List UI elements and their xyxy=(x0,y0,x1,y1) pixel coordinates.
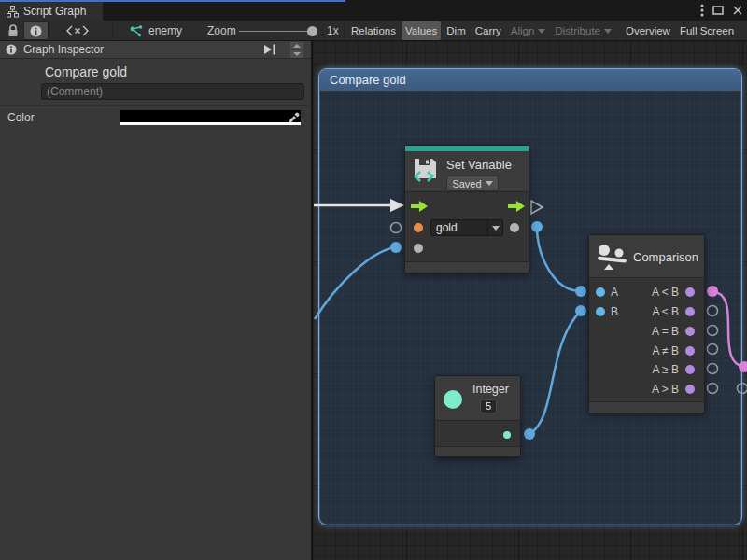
kebab-menu-icon[interactable] xyxy=(700,4,704,17)
color-swatch[interactable] xyxy=(120,110,301,125)
divider xyxy=(0,105,311,106)
zoom-slider-track[interactable] xyxy=(239,31,317,32)
input-a-port[interactable] xyxy=(596,287,605,297)
output-label-equal: A = B xyxy=(652,325,679,338)
code-icon xyxy=(66,25,89,36)
output-label-greaterequal: A ≥ B xyxy=(652,363,679,376)
group-header[interactable]: Compare gold xyxy=(319,69,741,91)
node-comparison[interactable]: Comparison A B A < B A ≤ B A = B A ≠ B A… xyxy=(588,234,705,413)
graph-inspector-header: Graph Inspector xyxy=(0,41,311,59)
close-icon[interactable] xyxy=(732,5,743,16)
value-out-port[interactable] xyxy=(510,223,519,232)
node-footer xyxy=(589,401,704,413)
node-title: Integer xyxy=(472,383,509,396)
relations-button[interactable]: Relations xyxy=(347,21,400,40)
selected-graph-title: Compare gold xyxy=(45,64,127,79)
output-lessequal-port[interactable] xyxy=(685,307,695,316)
output-label-less: A < B xyxy=(652,286,679,299)
floppy-save-icon xyxy=(412,156,440,184)
color-field-label: Color xyxy=(7,111,35,124)
code-preview-button[interactable] xyxy=(63,21,92,41)
node-header[interactable]: Set Variable Saved xyxy=(405,151,529,192)
node-footer xyxy=(435,446,520,456)
dropdown-arrow-icon xyxy=(486,181,493,186)
node-header[interactable]: Comparison xyxy=(589,235,704,278)
output-label-lessequal: A ≤ B xyxy=(652,305,679,318)
dropdown-arrow-icon xyxy=(538,29,545,34)
eyedropper-button[interactable] xyxy=(286,110,301,125)
integer-out-port[interactable] xyxy=(503,431,511,439)
variable-name-port[interactable] xyxy=(414,223,423,232)
input-a-label: A xyxy=(611,286,618,299)
graph-reference-label: enemy xyxy=(148,24,182,37)
output-label-notequal: A ≠ B xyxy=(652,344,679,357)
dropdown-arrow-icon xyxy=(604,29,612,34)
graph-inspector-panel: Graph Inspector Compare gold Color xyxy=(0,41,313,560)
comment-input[interactable] xyxy=(41,83,304,100)
graph-reference-icon xyxy=(129,25,143,37)
group-title: Compare gold xyxy=(330,73,406,87)
title-bar: Script Graph xyxy=(0,0,747,21)
zoom-label: Zoom xyxy=(207,21,236,41)
flow-in-port[interactable] xyxy=(411,201,428,212)
align-dropdown[interactable]: Align xyxy=(507,21,550,40)
variable-scope-dropdown[interactable]: Saved xyxy=(446,175,499,191)
graph-inspector-title: Graph Inspector xyxy=(23,43,104,56)
output-less-port[interactable] xyxy=(685,287,695,297)
full-screen-button[interactable]: Full Screen xyxy=(676,21,738,40)
script-graph-icon xyxy=(7,6,19,18)
output-greaterequal-port[interactable] xyxy=(685,365,695,374)
output-equal-port[interactable] xyxy=(685,327,695,336)
node-set-variable[interactable]: Set Variable Saved gold xyxy=(404,145,529,273)
dock-icon[interactable] xyxy=(262,43,277,56)
toolbar-separator xyxy=(112,23,113,38)
integer-type-icon xyxy=(444,390,462,409)
spinner-down-icon[interactable] xyxy=(290,50,303,58)
input-b-label: B xyxy=(611,305,618,318)
graph-toolbar: enemy Zoom 1x Relations Values Dim Carry… xyxy=(0,21,747,41)
value-in-port[interactable] xyxy=(414,244,423,253)
window-controls xyxy=(700,4,743,17)
values-button[interactable]: Values xyxy=(402,21,441,40)
maximize-icon[interactable] xyxy=(712,5,724,16)
toolbar-buttons: Relations Values Dim Carry Align Distrib… xyxy=(347,21,738,40)
tab-script-graph[interactable]: Script Graph xyxy=(0,2,103,21)
inspector-scrubber[interactable] xyxy=(290,42,303,58)
comparison-scale-icon xyxy=(597,243,628,271)
flow-out-port[interactable] xyxy=(508,201,525,212)
output-greater-port[interactable] xyxy=(685,385,695,394)
spinner-up-icon[interactable] xyxy=(290,42,303,49)
eyedropper-icon xyxy=(288,112,300,124)
integer-value-input[interactable]: 5 xyxy=(480,399,497,413)
node-title: Set Variable xyxy=(446,158,512,172)
unity-script-graph-window: Script Graph xyxy=(0,0,747,560)
lock-button[interactable] xyxy=(6,21,21,41)
graph-reference[interactable]: enemy xyxy=(129,21,182,41)
carry-button[interactable]: Carry xyxy=(472,21,505,40)
input-b-port[interactable] xyxy=(596,307,605,316)
node-title: Comparison xyxy=(633,250,698,264)
node-header[interactable]: Integer 5 xyxy=(435,376,520,421)
inspector-toggle-button[interactable] xyxy=(23,21,49,40)
dim-button[interactable]: Dim xyxy=(443,21,469,40)
info-icon xyxy=(30,25,42,37)
overview-button[interactable]: Overview xyxy=(622,21,674,40)
zoom-slider-thumb[interactable] xyxy=(307,26,317,36)
alpha-bar xyxy=(120,122,301,125)
graph-canvas[interactable]: Compare gold xyxy=(313,41,747,560)
variable-name-dropdown[interactable]: gold xyxy=(430,219,503,236)
output-label-greater: A > B xyxy=(652,383,679,396)
toolbar-separator xyxy=(344,23,345,38)
tab-title: Script Graph xyxy=(23,5,86,18)
output-notequal-port[interactable] xyxy=(685,346,695,356)
dropdown-arrow-icon xyxy=(487,220,502,235)
distribute-dropdown[interactable]: Distribute xyxy=(551,21,615,40)
zoom-value: 1x xyxy=(327,21,339,41)
node-integer[interactable]: Integer 5 xyxy=(434,375,521,457)
node-footer xyxy=(405,261,529,273)
info-icon xyxy=(6,44,17,55)
lock-icon xyxy=(7,24,19,37)
